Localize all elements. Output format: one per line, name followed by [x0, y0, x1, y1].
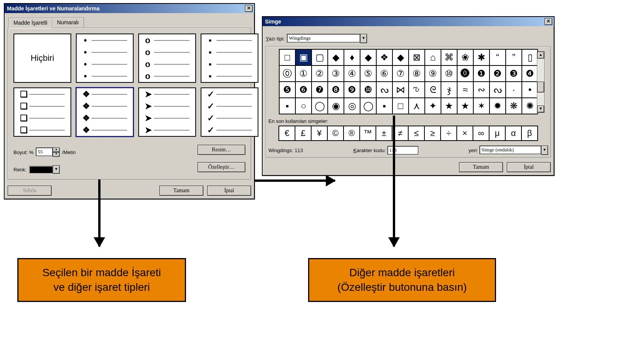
symbol-cell[interactable]: ⑧	[409, 65, 425, 82]
symbol-cell[interactable]: ᘓ	[425, 82, 441, 98]
tab-bulleted[interactable]: Madde İşaretli	[8, 18, 52, 28]
bullet-style-option[interactable]: ➤➤➤➤	[138, 87, 196, 137]
recent-symbol-cell[interactable]: ÷	[441, 126, 457, 141]
scroll-thumb[interactable]	[537, 82, 544, 92]
symbol-cell[interactable]: ⑨	[425, 65, 441, 82]
symbol-cell[interactable]: ▯	[522, 49, 538, 65]
symbol-cell[interactable]: ఌ	[409, 82, 425, 98]
symbol-cell[interactable]: ⓪	[279, 65, 295, 82]
recent-symbol-cell[interactable]: ∞	[473, 126, 489, 141]
symbol-cell[interactable]: ✦	[425, 98, 441, 114]
symbol-cell[interactable]: ⊠	[409, 49, 425, 65]
symbol-cell[interactable]: ❽	[328, 82, 344, 98]
symbol-cell[interactable]: ⑩	[441, 65, 457, 82]
symbol-cell[interactable]: ❼	[312, 82, 328, 98]
symbol-cell[interactable]: ❋	[506, 98, 522, 114]
symbol-cell[interactable]: ”	[506, 49, 522, 65]
bullet-style-option[interactable]: ❏❏❏❏	[13, 87, 71, 137]
symbol-cell[interactable]: “	[489, 49, 506, 65]
symbol-cell[interactable]: ✺	[522, 98, 538, 114]
symbol-cell[interactable]: ·	[506, 82, 522, 98]
close-icon[interactable]: ✕	[545, 18, 552, 25]
symbol-cell[interactable]: ⋈	[392, 82, 409, 98]
recent-symbol-cell[interactable]: ≥	[424, 126, 441, 141]
spinner-up-icon[interactable]: ▲	[53, 148, 60, 152]
chevron-down-icon[interactable]: ▼	[360, 34, 367, 43]
symbol-cell[interactable]: ♦	[344, 49, 360, 65]
symbol-cell[interactable]: ∾	[473, 82, 489, 98]
picture-button[interactable]: Resim…	[198, 145, 245, 155]
symbol-cell[interactable]: □	[279, 49, 295, 65]
size-input[interactable]	[36, 148, 53, 156]
symbol-cell[interactable]: ○	[295, 98, 312, 114]
symbol-cell[interactable]: ③	[328, 65, 344, 82]
symbol-cell[interactable]: ④	[344, 65, 360, 82]
from-select[interactable]	[479, 146, 541, 154]
symbol-cell[interactable]: ჯ	[441, 82, 457, 98]
recent-symbol-cell[interactable]: μ	[489, 126, 505, 141]
symbol-cell[interactable]: ◯	[360, 98, 376, 114]
symbol-cell[interactable]: ✹	[489, 98, 506, 114]
symbol-cell[interactable]: ᔓ	[489, 82, 506, 98]
recent-symbol-cell[interactable]: ±	[376, 126, 392, 141]
color-picker[interactable]: ▼	[29, 165, 60, 174]
symbol-cell[interactable]: ▣	[295, 49, 312, 65]
recent-symbol-cell[interactable]: €	[279, 126, 295, 141]
symbol-cell[interactable]: ◎	[344, 98, 360, 114]
chevron-down-icon[interactable]: ▼	[541, 146, 548, 155]
scrollbar[interactable]: ▲ ▼	[537, 51, 545, 113]
recent-symbol-cell[interactable]: ©	[327, 126, 344, 141]
bullet-style-option[interactable]: Hiçbiri	[13, 34, 71, 83]
recent-symbol-cell[interactable]: ™	[360, 126, 376, 141]
cancel-button[interactable]: İptal	[507, 162, 551, 172]
font-select[interactable]	[287, 34, 360, 42]
symbol-cell[interactable]: ①	[295, 65, 312, 82]
symbol-cell[interactable]: ⌘	[441, 49, 457, 65]
recent-symbol-cell[interactable]: β	[521, 126, 538, 141]
symbol-cell[interactable]: ◉	[328, 98, 344, 114]
recent-symbol-cell[interactable]: ×	[457, 126, 473, 141]
symbol-cell[interactable]: ❹	[522, 65, 538, 82]
ok-button[interactable]: Tamam	[459, 162, 503, 172]
symbol-cell[interactable]: ❸	[506, 65, 522, 82]
symbol-cell[interactable]: ★	[441, 98, 457, 114]
symbol-cell[interactable]: ◯	[312, 98, 328, 114]
symbol-cell[interactable]: ▪	[376, 98, 392, 114]
symbol-cell[interactable]: ◆	[328, 49, 344, 65]
symbol-cell[interactable]: ❶	[473, 65, 489, 82]
spinner-down-icon[interactable]: ▼	[53, 152, 60, 157]
symbol-cell[interactable]: ⑤	[360, 65, 376, 82]
recent-symbol-cell[interactable]: ≤	[408, 126, 424, 141]
symbol-cell[interactable]: ⓿	[457, 65, 473, 82]
symbol-cell[interactable]: ᔓ	[376, 82, 392, 98]
symbol-cell[interactable]: ❖	[376, 49, 392, 65]
symbol-cell[interactable]: ❿	[360, 82, 376, 98]
bullet-style-option[interactable]: ❖❖❖❖	[76, 87, 134, 137]
symbol-cell[interactable]: ❾	[344, 82, 360, 98]
symbol-cell[interactable]: ②	[312, 65, 328, 82]
symbol-cell[interactable]: •	[522, 82, 538, 98]
recent-symbol-cell[interactable]: ¥	[311, 126, 327, 141]
symbol-cell[interactable]: □	[392, 98, 409, 114]
chevron-down-icon[interactable]: ▼	[53, 165, 60, 174]
symbol-cell[interactable]: ≈	[457, 82, 473, 98]
size-spinner[interactable]: ▲ ▼	[36, 148, 60, 157]
symbol-cell[interactable]: ⑥	[376, 65, 392, 82]
charcode-input[interactable]	[387, 146, 418, 154]
recent-symbol-cell[interactable]: ®	[344, 126, 360, 141]
symbol-cell[interactable]: ◆	[360, 49, 376, 65]
symbol-cell[interactable]: ✱	[473, 49, 489, 65]
bullet-style-option[interactable]: ••••	[76, 34, 134, 83]
scroll-up-icon[interactable]: ▲	[537, 52, 544, 59]
symbol-cell[interactable]: ❺	[279, 82, 295, 98]
recent-symbol-cell[interactable]: α	[505, 126, 521, 141]
close-icon[interactable]: ✕	[245, 5, 253, 12]
bullet-style-option[interactable]: ✓✓✓✓	[201, 87, 258, 137]
bullet-style-option[interactable]: oooo	[138, 34, 196, 83]
tab-numbered[interactable]: Numaralı	[52, 17, 84, 28]
scroll-down-icon[interactable]: ▼	[537, 106, 544, 112]
bullet-style-option[interactable]: ▪▪▪▪	[201, 34, 258, 83]
symbol-cell[interactable]: ▢	[312, 49, 328, 65]
customize-button[interactable]: Özelleştir…	[198, 162, 245, 172]
reset-button[interactable]: Sıfırla	[8, 186, 52, 196]
